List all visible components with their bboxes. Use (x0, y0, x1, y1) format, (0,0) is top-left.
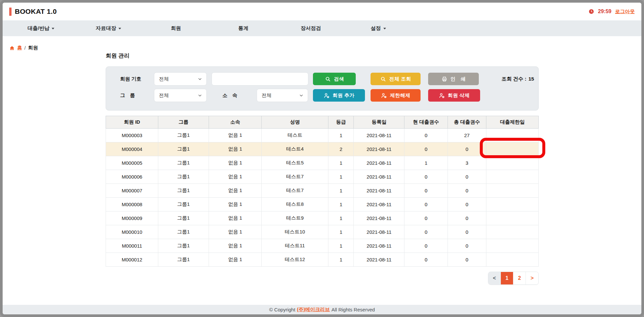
table-row[interactable]: M000011그룹1없음 1테스트1112021-08-1100 (106, 239, 539, 253)
nav-item-통계[interactable]: 통계 (210, 25, 277, 32)
logo-bar (9, 8, 12, 16)
search-button[interactable]: 검색 (313, 73, 356, 85)
table-row[interactable]: M000006그룹1없음 1테스트712021-08-1100 (106, 170, 539, 184)
cell-group: 그룹1 (158, 239, 209, 253)
table-row[interactable]: M000012그룹1없음 1테스트1212021-08-1100 (106, 253, 539, 267)
pagination-prev-button[interactable]: < (488, 272, 501, 284)
nav-item-label: 자료대장 (96, 25, 116, 31)
cell-total_loans: 0 (448, 198, 486, 211)
app-title: BOOKAT 1.0 (15, 8, 57, 15)
cell-current_loans: 0 (404, 170, 448, 184)
cell-affiliation: 없음 1 (209, 142, 261, 156)
cell-reg_date: 2021-08-11 (354, 253, 404, 267)
nav-item-장서점검[interactable]: 장서점검 (277, 25, 345, 32)
table-row[interactable]: M000003그룹1없음 1테스트12021-08-11027 (106, 129, 539, 142)
group-select-value: 전체 (159, 92, 169, 99)
cell-grade: 1 (328, 198, 354, 211)
print-button[interactable]: 인 쇄 (428, 73, 479, 85)
cell-total_loans: 0 (448, 184, 486, 198)
nav-item-자료대장[interactable]: 자료대장 (75, 25, 142, 32)
chevron-down-icon (52, 28, 54, 31)
pagination-page-1[interactable]: 1 (501, 272, 513, 284)
cell-reg_date: 2021-08-11 (354, 142, 404, 156)
cell-total_loans: 0 (448, 239, 486, 253)
cell-affiliation: 없음 1 (209, 253, 261, 267)
column-header: 현 대출권수 (404, 116, 448, 129)
nav-item-label: 회원 (171, 25, 181, 31)
delete-member-button[interactable]: × 회원 삭제 (428, 89, 480, 102)
lift-restriction-button[interactable]: ! 제한해제 (371, 89, 421, 102)
search-button-label: 검색 (334, 76, 344, 82)
breadcrumb-separator: / (24, 45, 26, 51)
nav-item-설정[interactable]: 설정 (345, 25, 412, 32)
chevron-down-icon (383, 28, 386, 31)
pagination-page-2[interactable]: 2 (513, 272, 526, 284)
pagination-group: < 12 > (488, 272, 539, 285)
footer-company-link[interactable]: (주)메이크리브 (297, 306, 330, 313)
member-code-select-value: 전체 (159, 76, 169, 82)
column-header: 총 대출권수 (448, 116, 486, 129)
cell-current_loans: 0 (404, 253, 448, 267)
cell-current_loans: 0 (404, 184, 448, 198)
nav-item-회원[interactable]: 회원 (142, 25, 210, 32)
cell-name: 테스트5 (262, 156, 328, 170)
member-code-select[interactable]: 전체 (154, 73, 206, 85)
cell-id: M000009 (106, 211, 158, 225)
cell-reg_date: 2021-08-11 (354, 198, 404, 211)
svg-text:!: ! (385, 96, 386, 98)
lift-restriction-button-label: 제한해제 (390, 92, 410, 99)
table-row[interactable]: M000009그룹1없음 1테스트912021-08-1100 (106, 211, 539, 225)
cell-affiliation: 없음 1 (209, 225, 261, 239)
header-right: 29:59 로그아웃 (588, 9, 635, 15)
cell-restriction_date (486, 142, 538, 156)
nav-item-대출/반납[interactable]: 대출/반납 (7, 25, 75, 32)
cell-reg_date: 2021-08-11 (354, 184, 404, 198)
chevron-down-icon (197, 77, 202, 82)
column-header: 그룹 (158, 116, 209, 129)
search-icon (325, 76, 331, 82)
cell-total_loans: 3 (448, 156, 486, 170)
cell-id: M000003 (106, 129, 158, 142)
footer-copyright-prefix: © Copyright (269, 307, 295, 312)
result-count-value: 15 (528, 73, 534, 85)
person-exclamation-icon: ! (381, 92, 387, 99)
view-all-button[interactable]: 전체 조회 (371, 73, 421, 85)
print-button-label: 인 쇄 (451, 76, 466, 82)
cell-grade: 1 (328, 253, 354, 267)
cell-total_loans: 0 (448, 142, 486, 156)
table-row[interactable]: M000010그룹1없음 1테스트1012021-08-1100 (106, 225, 539, 239)
clock-icon (588, 9, 594, 14)
table-row[interactable]: M000005그룹1없음 1테스트512021-08-1113 (106, 156, 539, 170)
cell-restriction_date (486, 198, 538, 211)
column-header: 성명 (262, 116, 328, 129)
affiliation-select[interactable]: 전체 (257, 89, 308, 102)
cell-id: M000006 (106, 170, 158, 184)
cell-current_loans: 0 (404, 211, 448, 225)
cell-name: 테스트9 (262, 211, 328, 225)
logout-link[interactable]: 로그아웃 (615, 9, 635, 15)
breadcrumb-home-link[interactable]: 홈 (17, 45, 22, 51)
footer: © Copyright (주)메이크리브 All Rights Reserved (3, 305, 641, 314)
home-icon[interactable] (9, 45, 15, 51)
table-row[interactable]: M000007그룹1없음 1테스트712021-08-1100 (106, 184, 539, 198)
table-row[interactable]: M000008그룹1없음 1테스트812021-08-1100 (106, 198, 539, 211)
app-logo: BOOKAT 1.0 (9, 8, 57, 16)
printer-icon (441, 76, 448, 82)
cell-id: M000005 (106, 156, 158, 170)
cell-affiliation: 없음 1 (209, 198, 261, 211)
app-window: BOOKAT 1.0 29:59 로그아웃 대출/반납 자료대장 회원 통계 장… (0, 0, 644, 317)
cell-total_loans: 0 (448, 170, 486, 184)
cell-grade: 1 (328, 225, 354, 239)
cell-grade: 1 (328, 170, 354, 184)
cell-grade: 1 (328, 184, 354, 198)
search-keyword-input[interactable] (212, 73, 308, 85)
nav-item-label: 장서점검 (301, 25, 321, 31)
pagination-next-button[interactable]: > (526, 272, 538, 284)
cell-grade: 2 (328, 142, 354, 156)
group-select[interactable]: 전체 (154, 89, 206, 102)
cell-name: 테스트4 (262, 142, 328, 156)
add-member-button[interactable]: + 회원 추가 (313, 89, 365, 102)
svg-text:+: + (327, 95, 328, 98)
cell-grade: 1 (328, 211, 354, 225)
table-row[interactable]: M000004그룹1없음 1테스트422021-08-1100 (106, 142, 539, 156)
